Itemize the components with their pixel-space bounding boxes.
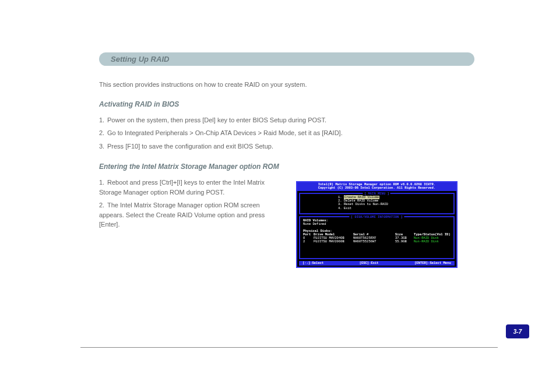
section-header-text: Setting Up RAID	[111, 55, 169, 63]
list-item: 1.Power on the system, then press [Del] …	[99, 115, 474, 125]
bios-footer-exit: [ESC]-Exit	[360, 262, 379, 265]
bios-header-line2: Copyright (C) 2003-06 Intel Corporation.…	[297, 186, 456, 190]
bios-footer-select: [↑↓]-Select	[302, 262, 323, 265]
bios-footer: [↑↓]-Select [ESC]-Exit [ENTER]-Select Me…	[299, 261, 455, 266]
bios-main-menu: MAIN MENU 1. Create RAID Volume 2. Delet…	[299, 193, 455, 214]
list-item: 2.The Intel Matrix Storage Manager optio…	[99, 200, 280, 229]
bios-header: Intel(R) Matrix Storage Manager option R…	[297, 182, 456, 191]
menu-item-exit[interactable]: 4. Exit	[338, 207, 441, 210]
bios-main-menu-title: MAIN MENU	[363, 192, 390, 196]
section-header: Setting Up RAID	[99, 52, 474, 66]
list-item: 1.Reboot and press [Ctrl]+[I] keys to en…	[99, 178, 280, 197]
list-item: 2.Go to Integrated Peripherals > On-Chip…	[99, 128, 474, 138]
footer-divider	[80, 347, 498, 348]
bios-disk-info: DISK/VOLUME INFORMATION RAID Volumes: No…	[299, 216, 455, 259]
intro-paragraph: This section provides instructions on ho…	[99, 80, 474, 90]
bios-entry-steps: 1.Reboot and press [Ctrl]+[I] keys to en…	[99, 178, 280, 233]
bios-screenshot: Intel(R) Matrix Storage Manager option R…	[296, 181, 458, 268]
bios-layout: 1.Reboot and press [Ctrl]+[I] keys to en…	[99, 178, 474, 268]
subsection-title-2: Entering the Intel Matrix Storage Manage…	[99, 163, 474, 171]
bios-activation-steps: 1.Power on the system, then press [Del] …	[99, 115, 474, 151]
list-item: 3.Press [F10] to save the configuration …	[99, 142, 474, 151]
subsection-title: Activating RAID in BIOS	[99, 100, 474, 108]
page-content: Setting Up RAID This section provides in…	[0, 0, 556, 268]
page-number: 3-7	[506, 324, 529, 338]
bios-disk-info-title: DISK/VOLUME INFORMATION	[350, 215, 404, 219]
table-row: 2FUJITSU MHV2060BNH60T55256W755.9GBNon-R…	[303, 240, 451, 243]
bios-footer-enter: [ENTER]-Select Menu	[414, 262, 451, 265]
